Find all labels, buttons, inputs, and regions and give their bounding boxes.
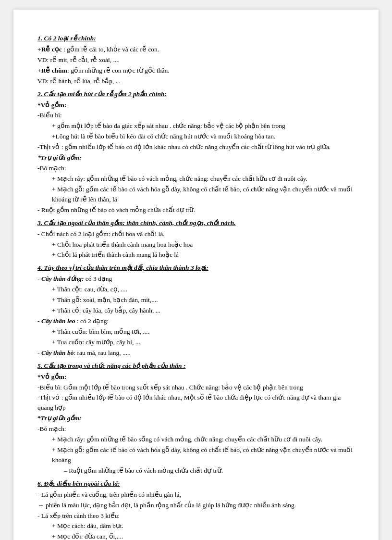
line: - Cây thân leo : có 2 dạng:: [37, 316, 355, 327]
section-4: 4. Tùy theo vị trí của thân trên mặt đất…: [37, 263, 355, 358]
line: + Mọc cách: dâu, dâm bụt.: [37, 521, 355, 531]
section-6: 6. Đặc điểm bên ngoài của lá: - Lá gồm p…: [37, 479, 355, 540]
line: + Thân cuốn: bìm bìm, mồng tơi, ....: [37, 327, 355, 337]
line: + gồm một lớp tế bào đa giác xếp sát nha…: [37, 121, 355, 131]
section-5: 5. Cấu tạo trong và chức năng các bộ phậ…: [37, 361, 355, 476]
line: + Thân cột: cau, dừa, cọ, ....: [37, 285, 355, 295]
line: *Trụ giữa gồm:: [37, 414, 355, 424]
section-3: 3. Cấu tạo ngoài của thân gồm: thân chín…: [37, 218, 355, 261]
line: +Rễ cọc : gồm rễ cái to, khỏe và các rễ …: [37, 45, 355, 55]
line: -Bó mạch:: [37, 424, 355, 434]
line: -Biểu bì:: [37, 111, 355, 121]
line: VD: rễ mít, rễ cải, rễ xoài, ....: [37, 55, 355, 65]
line: - Lá gồm phiền và cuống, trên phiền có n…: [37, 490, 355, 500]
line: + Mạch gỗ: gồm các tế bào có vách hóa gỗ…: [37, 445, 355, 465]
line: VD: rễ hành, rễ lúa, rễ bắp, ...: [37, 76, 355, 87]
line: -Bó mạch:: [37, 163, 355, 174]
line: + Mọc đối: dừa can, ổi,....: [37, 532, 355, 540]
line: *Vỏ gồm:: [37, 100, 355, 111]
section-1-heading: 1. Có 2 loại rễ chính:: [37, 34, 355, 44]
line: - Cây thân đứng: có 3 dạng: [37, 274, 355, 284]
line: + Thân gỗ: xoài, mận, bạch đàn, mít,....: [37, 295, 355, 305]
line: + Tua cuốn: cây mướp, cây bí, ....: [37, 338, 355, 348]
section-5-heading: 5. Cấu tạo trong và chức năng các bộ phậ…: [37, 361, 355, 371]
line: *Vỏ gồm:: [37, 372, 355, 382]
line: -Thịt vỏ : gồm nhiều lớp tế bào có độ lớ…: [37, 393, 355, 413]
line: - Cây thân bò: rau má, rau lang, .....: [37, 348, 355, 358]
line: + Mạch rây: gồm những tế bào có vách mỏn…: [37, 174, 355, 184]
line: +Rễ chùm: gồm những rễ con mọc từ gốc th…: [37, 66, 355, 76]
line: + Mạch rây: gồm những tế bào sống có vác…: [37, 435, 355, 445]
line: – Ruột gồm những tế bào có vách mỏng chứ…: [37, 466, 355, 476]
page: 1. Có 2 loại rễ chính: +Rễ cọc : gồm rễ …: [13, 10, 379, 540]
line: + Chồi lá phát triển thành cành mang lá …: [37, 250, 355, 260]
line: - Lá xếp trên cành theo 3 kiểu:: [37, 511, 355, 521]
line: -Biểu bì: Gồm một lớp tế bào trong suốt …: [37, 383, 355, 393]
section-1: 1. Có 2 loại rễ chính: +Rễ cọc : gồm rễ …: [37, 34, 355, 87]
line: + Chồi hoa phát triển thành cành mang ho…: [37, 240, 355, 250]
line: - Ruột gồm những tế bào có vách mỏng chứ…: [37, 205, 355, 215]
line: + Mạch gỗ: gồm các tế bào có vách hóa gỗ…: [37, 185, 355, 205]
section-3-heading: 3. Cấu tạo ngoài của thân gồm: thân chín…: [37, 218, 355, 228]
line: - Chồi nách có 2 loại gồm: chồi hoa và c…: [37, 229, 355, 239]
line: -Thịt vỏ : gồm nhiều lớp tế bào có độ lớ…: [37, 142, 355, 152]
line: + Thân cỏ: cây lúa, cây bắp, cây hành, .…: [37, 306, 355, 316]
section-2-heading: 2. Cấu tạo miền hút của rễ gồm 2 phần ch…: [37, 89, 355, 100]
line: *Trụ giữa gồm:: [37, 153, 355, 163]
section-4-heading: 4. Tùy theo vị trí của thân trên mặt đất…: [37, 263, 355, 273]
section-6-heading: 6. Đặc điểm bên ngoài của lá:: [37, 479, 355, 489]
line: → phiên lá màu lục, dạng bản dẹt, là phầ…: [37, 501, 355, 511]
section-2: 2. Cấu tạo miền hút của rễ gồm 2 phần ch…: [37, 89, 355, 215]
line: +Lông hút là tế bào biểu bì kéo dài có c…: [37, 132, 355, 142]
